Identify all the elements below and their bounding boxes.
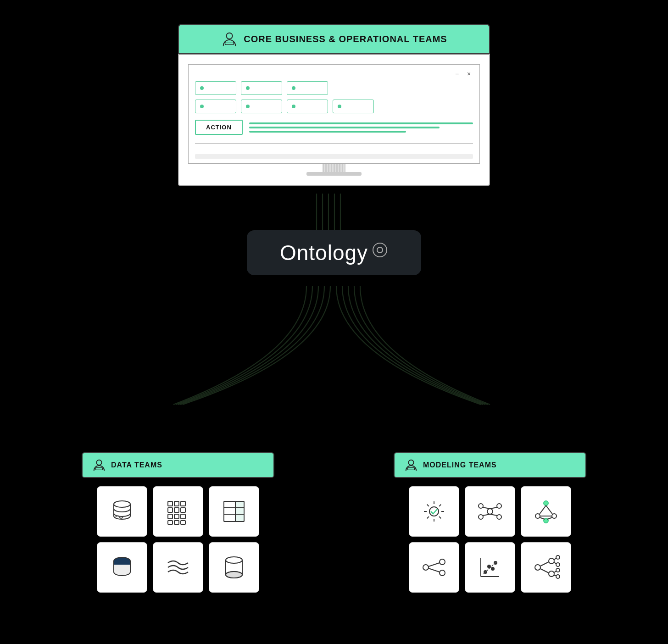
ontology-box: Ontology [247, 230, 421, 275]
form-row-1 [195, 81, 473, 95]
svg-rect-21 [168, 521, 173, 524]
svg-rect-14 [181, 501, 185, 506]
svg-point-11 [114, 501, 130, 507]
form-footer-line [195, 154, 473, 159]
svg-point-39 [408, 460, 413, 465]
svg-line-47 [483, 507, 490, 509]
svg-rect-20 [181, 514, 185, 519]
ontology-label: Ontology [280, 240, 368, 265]
svg-point-72 [535, 565, 540, 570]
svg-rect-15 [168, 508, 173, 512]
form-field-1-3[interactable] [287, 81, 328, 95]
form-field-2-1[interactable] [195, 100, 236, 113]
data-icon-grid [153, 486, 203, 537]
data-teams-badge: DATA TEAMS [82, 452, 274, 478]
svg-line-82 [554, 562, 556, 564]
svg-rect-10 [95, 468, 102, 470]
model-icon-flow-route [409, 542, 459, 593]
modeling-teams-person-icon [404, 458, 418, 472]
modeling-teams-icon-grid [394, 486, 586, 593]
modeling-teams-label: MODELING TEAMS [423, 461, 497, 469]
svg-point-77 [556, 568, 560, 572]
svg-point-44 [497, 504, 501, 508]
top-section: CORE BUSINESS & OPERATIONAL TEAMS − × [178, 24, 490, 186]
data-icon-db-wavy [97, 486, 147, 537]
ontology-logo-icon [372, 242, 388, 258]
svg-point-7 [373, 243, 387, 257]
svg-point-76 [556, 563, 560, 566]
svg-line-84 [554, 575, 556, 576]
model-icon-gear-check [409, 486, 459, 537]
form-field-1-2[interactable] [241, 81, 282, 95]
svg-point-61 [440, 559, 445, 565]
svg-line-64 [429, 568, 440, 572]
diagram: CORE BUSINESS & OPERATIONAL TEAMS − × [82, 24, 586, 620]
stand-base [306, 172, 362, 176]
data-icon-db-filled [97, 542, 147, 593]
svg-rect-28 [235, 501, 244, 522]
svg-line-50 [490, 514, 497, 516]
svg-point-42 [487, 509, 493, 514]
svg-point-43 [479, 504, 483, 508]
svg-point-46 [497, 515, 501, 519]
text-lines [249, 122, 473, 133]
svg-point-62 [440, 570, 445, 576]
svg-line-58 [547, 517, 552, 519]
svg-line-49 [483, 514, 490, 516]
monitor-wrapper: − × [178, 54, 490, 186]
svg-point-74 [549, 571, 554, 577]
svg-rect-6 [225, 42, 234, 45]
model-icon-decision-tree [521, 542, 571, 593]
svg-point-75 [556, 555, 560, 559]
svg-line-83 [554, 571, 556, 572]
svg-rect-18 [168, 514, 173, 519]
svg-point-69 [491, 567, 494, 570]
data-icon-cylinder [209, 542, 259, 593]
minimize-btn[interactable]: − [453, 71, 461, 77]
data-teams-icon-grid [82, 486, 274, 593]
svg-point-9 [96, 460, 101, 465]
form-row-2 [195, 100, 473, 113]
form-rows: ACTION [195, 81, 473, 159]
svg-rect-16 [174, 508, 179, 512]
svg-rect-17 [181, 508, 185, 512]
svg-rect-12 [168, 501, 173, 506]
stand-neck [323, 164, 345, 172]
svg-point-51 [544, 501, 548, 505]
form-field-2-4[interactable] [333, 100, 374, 113]
svg-point-34 [226, 557, 242, 563]
svg-rect-19 [174, 514, 179, 519]
modeling-teams-section: MODELING TEAMS [394, 452, 586, 593]
svg-point-78 [556, 575, 560, 578]
data-teams-label: DATA TEAMS [111, 461, 162, 469]
model-icon-graph-nodes [521, 486, 571, 537]
modeling-teams-badge: MODELING TEAMS [394, 452, 586, 478]
svg-rect-13 [174, 501, 179, 506]
monitor-screen: − × [188, 64, 480, 164]
svg-point-38 [226, 572, 242, 578]
svg-line-57 [540, 517, 545, 519]
model-icon-network [465, 486, 515, 537]
top-team-label: CORE BUSINESS & OPERATIONAL TEAMS [244, 34, 447, 44]
data-teams-section: DATA TEAMS [82, 452, 274, 593]
svg-rect-40 [407, 468, 414, 470]
form-field-2-2[interactable] [241, 100, 282, 113]
svg-line-79 [540, 562, 549, 566]
svg-line-80 [540, 569, 549, 573]
top-person-icon [221, 30, 238, 48]
svg-point-45 [479, 515, 483, 519]
close-btn[interactable]: × [465, 71, 473, 77]
svg-point-73 [549, 558, 554, 564]
data-icon-stream [153, 542, 203, 593]
form-divider [195, 143, 473, 144]
svg-point-5 [227, 33, 233, 39]
model-icon-scatter [465, 542, 515, 593]
form-field-1-1[interactable] [195, 81, 236, 95]
svg-rect-22 [174, 521, 179, 524]
monitor-stand [188, 164, 480, 176]
svg-line-81 [554, 558, 556, 560]
svg-line-56 [546, 505, 553, 515]
action-button[interactable]: ACTION [195, 120, 243, 135]
form-field-2-3[interactable] [287, 100, 328, 113]
svg-line-63 [429, 563, 440, 566]
